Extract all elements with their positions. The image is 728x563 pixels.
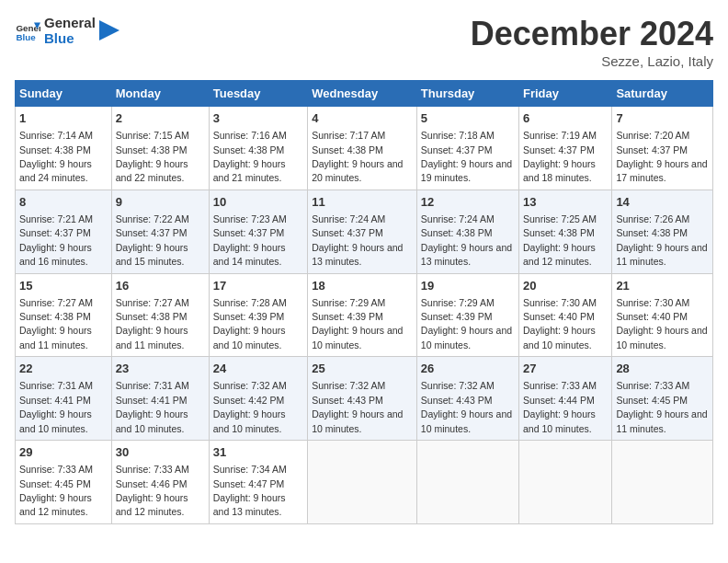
day-cell [416,441,518,524]
day-number: 26 [421,361,515,377]
day-cell: 18 Sunrise: 7:29 AMSunset: 4:39 PMDaylig… [308,273,417,357]
day-number: 20 [523,278,608,294]
day-cell: 14 Sunrise: 7:26 AMSunset: 4:38 PMDaylig… [612,190,713,273]
day-info: Sunrise: 7:33 AMSunset: 4:46 PMDaylight:… [116,464,189,517]
header: General Blue General Blue December 2024 … [15,15,713,69]
day-info: Sunrise: 7:32 AMSunset: 4:43 PMDaylight:… [421,380,512,433]
week-row-4: 22 Sunrise: 7:31 AMSunset: 4:41 PMDaylig… [16,357,713,441]
day-info: Sunrise: 7:19 AMSunset: 4:37 PMDaylight:… [523,130,597,183]
day-cell: 2 Sunrise: 7:15 AMSunset: 4:38 PMDayligh… [111,107,209,190]
day-info: Sunrise: 7:24 AMSunset: 4:37 PMDaylight:… [312,213,403,267]
day-cell: 10 Sunrise: 7:23 AMSunset: 4:37 PMDaylig… [209,190,307,273]
day-cell: 19 Sunrise: 7:29 AMSunset: 4:39 PMDaylig… [416,273,518,357]
day-number: 9 [116,194,205,211]
col-header-saturday: Saturday [612,81,713,107]
day-number: 30 [116,444,205,461]
day-info: Sunrise: 7:16 AMSunset: 4:38 PMDaylight:… [213,130,287,183]
day-info: Sunrise: 7:27 AMSunset: 4:38 PMDaylight:… [19,297,93,350]
col-header-thursday: Thursday [416,81,518,107]
day-number: 7 [616,110,709,127]
day-number: 3 [213,110,303,127]
week-row-1: 1 Sunrise: 7:14 AMSunset: 4:38 PMDayligh… [16,107,713,190]
day-cell: 4 Sunrise: 7:17 AMSunset: 4:38 PMDayligh… [308,107,417,190]
day-cell: 11 Sunrise: 7:24 AMSunset: 4:37 PMDaylig… [308,190,417,273]
day-cell: 8 Sunrise: 7:21 AMSunset: 4:37 PMDayligh… [16,190,112,273]
day-cell: 16 Sunrise: 7:27 AMSunset: 4:38 PMDaylig… [111,273,209,357]
day-number: 31 [213,444,303,461]
week-row-3: 15 Sunrise: 7:27 AMSunset: 4:38 PMDaylig… [16,273,713,357]
day-number: 15 [19,278,108,294]
day-cell: 31 Sunrise: 7:34 AMSunset: 4:47 PMDaylig… [209,441,307,524]
day-number: 21 [616,278,709,294]
day-number: 24 [213,361,303,377]
week-row-2: 8 Sunrise: 7:21 AMSunset: 4:37 PMDayligh… [16,190,713,273]
day-cell: 20 Sunrise: 7:30 AMSunset: 4:40 PMDaylig… [519,273,612,357]
day-number: 2 [116,110,205,127]
day-info: Sunrise: 7:15 AMSunset: 4:38 PMDaylight:… [116,130,189,183]
day-number: 17 [213,278,303,294]
day-info: Sunrise: 7:26 AMSunset: 4:38 PMDaylight:… [616,213,707,267]
day-number: 1 [19,110,108,127]
day-cell: 25 Sunrise: 7:32 AMSunset: 4:43 PMDaylig… [308,357,417,441]
day-info: Sunrise: 7:21 AMSunset: 4:37 PMDaylight:… [19,213,93,267]
day-info: Sunrise: 7:17 AMSunset: 4:38 PMDaylight:… [312,130,403,183]
day-info: Sunrise: 7:32 AMSunset: 4:43 PMDaylight:… [312,380,403,433]
col-header-wednesday: Wednesday [308,81,417,107]
day-cell: 9 Sunrise: 7:22 AMSunset: 4:37 PMDayligh… [111,190,209,273]
day-number: 10 [213,194,303,211]
day-cell: 30 Sunrise: 7:33 AMSunset: 4:46 PMDaylig… [111,441,209,524]
week-row-5: 29 Sunrise: 7:33 AMSunset: 4:45 PMDaylig… [16,441,713,524]
day-number: 23 [116,361,205,377]
col-header-friday: Friday [519,81,612,107]
month-title: December 2024 [471,15,713,53]
day-info: Sunrise: 7:25 AMSunset: 4:38 PMDaylight:… [523,213,597,267]
day-cell [612,441,713,524]
day-info: Sunrise: 7:27 AMSunset: 4:38 PMDaylight:… [116,297,189,350]
day-info: Sunrise: 7:33 AMSunset: 4:45 PMDaylight:… [19,464,93,517]
day-info: Sunrise: 7:22 AMSunset: 4:37 PMDaylight:… [116,213,189,267]
day-info: Sunrise: 7:30 AMSunset: 4:40 PMDaylight:… [616,297,707,350]
day-number: 11 [312,194,413,211]
day-number: 18 [312,278,413,294]
day-cell: 21 Sunrise: 7:30 AMSunset: 4:40 PMDaylig… [612,273,713,357]
day-info: Sunrise: 7:28 AMSunset: 4:39 PMDaylight:… [213,297,287,350]
day-cell: 27 Sunrise: 7:33 AMSunset: 4:44 PMDaylig… [519,357,612,441]
logo-arrow-icon [99,20,119,40]
day-number: 27 [523,361,608,377]
day-info: Sunrise: 7:18 AMSunset: 4:37 PMDaylight:… [421,130,512,183]
calendar-table: SundayMondayTuesdayWednesdayThursdayFrid… [15,80,713,524]
day-info: Sunrise: 7:31 AMSunset: 4:41 PMDaylight:… [116,380,189,433]
day-info: Sunrise: 7:29 AMSunset: 4:39 PMDaylight:… [312,297,403,350]
day-cell: 17 Sunrise: 7:28 AMSunset: 4:39 PMDaylig… [209,273,307,357]
day-cell: 3 Sunrise: 7:16 AMSunset: 4:38 PMDayligh… [209,107,307,190]
col-header-sunday: Sunday [16,81,112,107]
day-number: 6 [523,110,608,127]
day-number: 16 [116,278,205,294]
col-header-monday: Monday [111,81,209,107]
day-info: Sunrise: 7:14 AMSunset: 4:38 PMDaylight:… [19,130,93,183]
day-cell [519,441,612,524]
day-cell: 15 Sunrise: 7:27 AMSunset: 4:38 PMDaylig… [16,273,112,357]
day-cell: 7 Sunrise: 7:20 AMSunset: 4:37 PMDayligh… [612,107,713,190]
day-number: 14 [616,194,709,211]
day-number: 22 [19,361,108,377]
day-number: 12 [421,194,515,211]
day-info: Sunrise: 7:32 AMSunset: 4:42 PMDaylight:… [213,380,287,433]
day-number: 8 [19,194,108,211]
day-cell: 5 Sunrise: 7:18 AMSunset: 4:37 PMDayligh… [416,107,518,190]
svg-marker-3 [99,20,119,40]
day-cell: 22 Sunrise: 7:31 AMSunset: 4:41 PMDaylig… [16,357,112,441]
day-cell: 26 Sunrise: 7:32 AMSunset: 4:43 PMDaylig… [416,357,518,441]
day-number: 19 [421,278,515,294]
day-number: 25 [312,361,413,377]
day-cell: 29 Sunrise: 7:33 AMSunset: 4:45 PMDaylig… [16,441,112,524]
day-info: Sunrise: 7:24 AMSunset: 4:38 PMDaylight:… [421,213,512,267]
title-area: December 2024 Sezze, Lazio, Italy [471,15,713,69]
day-cell: 12 Sunrise: 7:24 AMSunset: 4:38 PMDaylig… [416,190,518,273]
location-subtitle: Sezze, Lazio, Italy [471,53,713,69]
logo: General Blue General Blue [15,15,119,46]
day-cell: 13 Sunrise: 7:25 AMSunset: 4:38 PMDaylig… [519,190,612,273]
logo-icon: General Blue [15,17,40,43]
day-info: Sunrise: 7:29 AMSunset: 4:39 PMDaylight:… [421,297,512,350]
day-number: 13 [523,194,608,211]
